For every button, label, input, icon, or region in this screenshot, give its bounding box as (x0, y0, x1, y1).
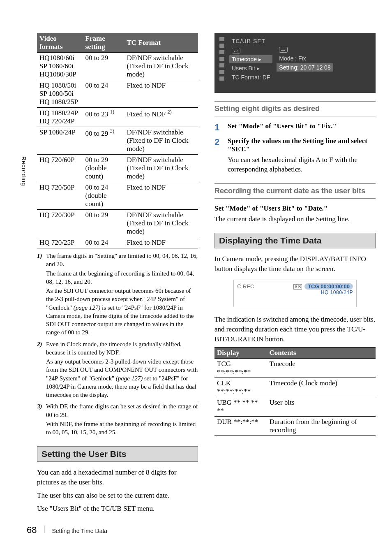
user-bits-p3: Use "Users Bit" of the TC/UB SET menu. (37, 504, 198, 514)
cell-tc-format: Fixed to NDF 2) (124, 108, 198, 127)
cell-tc-format: DF/NDF switchable(Fixed to DF in Clock m… (124, 210, 198, 237)
user-bits-p1: You can add a hexadecimal number of 8 di… (37, 468, 198, 487)
menu-right-2: Setting: 20 07 12 08 (277, 63, 333, 72)
footnote-para: Even in Clock mode, the timecode is grad… (46, 340, 198, 357)
camera-menu-screenshot: TC/UB SET ⮐ Timecode ▸ Users Bit ▸ TC Fo… (214, 33, 376, 93)
menu-left-1: Timecode ▸ (229, 55, 272, 63)
cell-display: CLK **:**:**:** (214, 378, 267, 397)
cell-video-format: HQ 1080/50iSP 1080/50iHQ 1080/25P (37, 80, 83, 108)
cell-contents: Timecode (Clock mode) (267, 378, 376, 397)
th-frame-setting: Frame setting (83, 33, 125, 53)
section-setting-user-bits: Setting the User Bits (37, 446, 198, 462)
table-row: TCG **:**:**:**Tmecode (214, 359, 376, 378)
cell-display: UBG ** ** ** ** (214, 397, 267, 417)
menu-left-0: ⮐ (229, 46, 272, 54)
th-contents: Contents (267, 348, 376, 359)
table-row: DUR **:**:**Duration from the beginning … (214, 417, 376, 436)
cell-video-format: HQ 720/30P (37, 210, 83, 237)
step-number: 1 (214, 122, 222, 133)
ab-slot-indicator: A B (293, 284, 302, 290)
cell-video-format: HQ 720/60P (37, 155, 83, 182)
cell-frame-setting: 00 to 29(double count) (83, 155, 125, 182)
page-footer: 68 Setting the Time Data (27, 525, 107, 535)
table-row: HQ 720/25P00 to 24Fixed to NDF (37, 237, 198, 248)
tcg-readout: TCG 00:00:00:00 (304, 283, 353, 290)
cell-video-format: HQ1080/60iSP 1080/60iHQ1080/30P (37, 53, 83, 80)
footnote-para: The frame digits in "Setting" are limite… (46, 252, 198, 269)
section-displaying-time-data: Displaying the Time Data (214, 233, 376, 248)
cell-contents: Tmecode (267, 359, 376, 378)
cell-frame-setting: 00 to 24(double count) (83, 182, 125, 210)
cell-display: DUR **:**:** (214, 417, 267, 436)
display-switch-text: The indication is switched among the tim… (214, 315, 376, 344)
display-contents-table: Display Contents TCG **:**:**:**TmecodeC… (214, 347, 376, 436)
cell-video-format: HQ 720/25P (37, 237, 83, 248)
step-body: You can set hexadecimal digits A to F wi… (228, 155, 376, 175)
cell-contents: Duration from the beginning of recording (267, 417, 376, 436)
table-row: SP 1080/24P00 to 29 3)DF/NDF switchable(… (37, 127, 198, 155)
table-row: HQ 720/50P00 to 24(double count)Fixed to… (37, 182, 198, 210)
cell-tc-format: Fixed to NDF (124, 182, 198, 210)
footnote-para: As any output becomes 2-3 pulled-down vi… (46, 357, 198, 399)
cell-tc-format: Fixed to NDF (124, 237, 198, 248)
format-readout: HQ 1080/24P (237, 290, 353, 295)
cell-tc-format: Fixed to NDF (124, 80, 198, 108)
menu-right-0: ⮐ (277, 45, 333, 53)
steps-list: 1Set "Mode" of "Users Bit" to "Fix."2Spe… (214, 122, 376, 178)
cell-display: TCG **:**:**:** (214, 359, 267, 378)
cell-frame-setting: 00 to 23 1) (83, 108, 125, 127)
footnotes-block: 1)The frame digits in "Setting" are limi… (37, 252, 198, 437)
th-tc-format: TC Format (124, 33, 198, 53)
table-row: HQ 1080/24PHQ 720/24P00 to 23 1)Fixed to… (37, 108, 198, 127)
side-section-label: Recording (21, 156, 27, 186)
menu-category-icons (219, 37, 225, 81)
th-display: Display (214, 348, 267, 359)
video-formats-table: Video formats Frame setting TC Format HQ… (37, 33, 198, 248)
cell-tc-format: DF/NDF switchable(Fixed to DF in Clock m… (124, 127, 198, 155)
cell-frame-setting: 00 to 29 (83, 210, 125, 237)
table-row: HQ 720/30P00 to 29DF/NDF switchable(Fixe… (37, 210, 198, 237)
subhead-record-date: Recording the current date as the user b… (214, 183, 376, 199)
cell-video-format: SP 1080/24P (37, 127, 83, 155)
table-row: HQ 1080/50iSP 1080/50iHQ 1080/25P00 to 2… (37, 80, 198, 108)
footnote: 3)With DF, the frame digits can be set a… (37, 402, 198, 437)
footnote: 1)The frame digits in "Setting" are limi… (37, 252, 198, 338)
cell-frame-setting: 00 to 24 (83, 80, 125, 108)
table-row: CLK **:**:**:**Timecode (Clock mode) (214, 378, 376, 397)
footnote-para: With DF, the frame digits can be set as … (46, 402, 198, 419)
footnote: 2)Even in Clock mode, the timecode is gr… (37, 340, 198, 400)
record-date-line1: Set "Mode" of "Users Bit" to "Date." (214, 204, 376, 213)
footnote-num: 3) (37, 402, 46, 437)
time-data-display-illustration: REC A B TCG 00:00:00:00 HQ 1080/24P (233, 280, 357, 307)
table-row: HQ 720/60P00 to 29(double count)DF/NDF s… (37, 155, 198, 182)
cell-video-format: HQ 1080/24PHQ 720/24P (37, 108, 83, 127)
cell-tc-format: DF/NDF switchable(Fixed to DF in Clock m… (124, 53, 198, 80)
footnote-num: 2) (37, 340, 46, 400)
footnote-num: 1) (37, 252, 46, 338)
cell-tc-format: DF/NDF switchable(Fixed to DF in Clock m… (124, 155, 198, 182)
cell-frame-setting: 00 to 24 (83, 237, 125, 248)
step: 1Set "Mode" of "Users Bit" to "Fix." (214, 122, 376, 133)
table-row: UBG ** ** ** **User bits (214, 397, 376, 417)
footnote-para: With NDF, the frame at the beginning of … (46, 420, 198, 437)
footer-title: Setting the Time Data (52, 528, 107, 534)
cell-contents: User bits (267, 397, 376, 417)
step-number: 2 (214, 137, 222, 178)
display-p1: In Camera mode, pressing the DISPLAY/BAT… (214, 254, 376, 274)
table-row: HQ1080/60iSP 1080/60iHQ1080/30P00 to 29D… (37, 53, 198, 80)
step-head: Set "Mode" of "Users Bit" to "Fix." (228, 122, 337, 130)
menu-right-1: Mode : Fix (277, 54, 333, 63)
menu-left-2: Users Bit ▸ (229, 64, 272, 72)
rec-indicator: REC (237, 283, 254, 290)
user-bits-p2: The user bits can also be set to the cur… (37, 491, 198, 500)
menu-left-3: TC Format: DF (229, 73, 272, 81)
cell-video-format: HQ 720/50P (37, 182, 83, 210)
subhead-eight-digits: Setting eight digits as desired (214, 101, 376, 116)
record-date-line2: The current date is displayed on the Set… (214, 214, 376, 224)
step-head: Specify the values on the Setting line a… (228, 137, 376, 153)
step: 2Specify the values on the Setting line … (214, 137, 376, 178)
menu-title: TC/UB SET (229, 37, 272, 45)
footnote-para: As the SDI OUT connector output becomes … (46, 287, 198, 337)
th-video-formats: Video formats (37, 33, 83, 53)
footnote-para: The frame at the beginning of recording … (46, 269, 198, 286)
